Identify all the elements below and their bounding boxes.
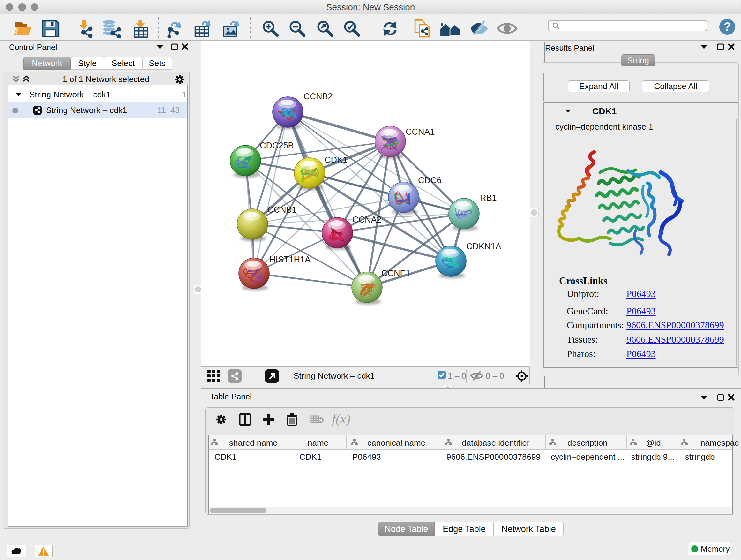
svg-text:CDK1: CDK1 bbox=[325, 155, 347, 165]
svg-text:CCNE1: CCNE1 bbox=[381, 268, 411, 278]
svg-text:CCNB1: CCNB1 bbox=[267, 205, 297, 214]
svg-text:HIST1H1A: HIST1H1A bbox=[269, 255, 311, 264]
svg-text:CCNA1: CCNA1 bbox=[406, 127, 435, 137]
svg-text:CDC25B: CDC25B bbox=[260, 141, 294, 150]
svg-text:CDKN1A: CDKN1A bbox=[466, 242, 501, 251]
svg-text:CCNA2: CCNA2 bbox=[352, 215, 382, 225]
svg-text:CDC6: CDC6 bbox=[418, 176, 442, 185]
svg-text:CCNB2: CCNB2 bbox=[304, 91, 333, 101]
svg-text:RB1: RB1 bbox=[480, 193, 497, 203]
